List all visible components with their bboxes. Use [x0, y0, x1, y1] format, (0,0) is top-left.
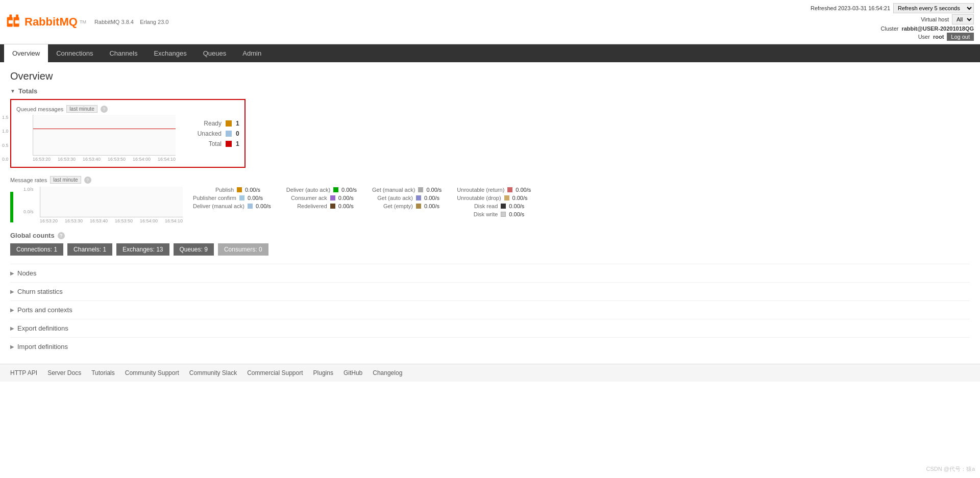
churn-label: Churn statistics	[17, 288, 63, 295]
ports-header[interactable]: ▶ Ports and contexts	[10, 306, 970, 314]
queued-mini-chart	[33, 115, 176, 156]
rate-get-empty-label: Get (empty)	[372, 203, 413, 209]
global-counts-section: Global counts ? Connections: 1 Channels:…	[10, 232, 970, 256]
rate-publish-label: Publish	[193, 187, 234, 193]
nav-item-overview[interactable]: Overview	[4, 44, 48, 62]
rate-get-auto-color	[416, 195, 421, 200]
totals-section-header[interactable]: ▼ Totals	[10, 87, 970, 95]
footer-link-changelog[interactable]: Changelog	[373, 369, 402, 376]
rate-publisher-confirm-value: 0.00/s	[248, 195, 263, 201]
import-header[interactable]: ▶ Import definitions	[10, 343, 970, 350]
legend-item-ready: Ready 1	[191, 120, 239, 127]
rates-table: Publish 0.00/s Publisher confirm 0.00/s …	[193, 187, 546, 217]
rate-get-empty-value: 0.00/s	[424, 203, 439, 209]
nav-item-queues[interactable]: Queues	[195, 44, 235, 62]
footer-link-server-docs[interactable]: Server Docs	[47, 369, 81, 376]
footer-link-tutorials[interactable]: Tutorials	[91, 369, 115, 376]
nav-item-connections[interactable]: Connections	[48, 44, 101, 62]
rates-mini-chart	[40, 187, 183, 217]
rate-deliver-auto-value: 0.00/s	[341, 187, 357, 193]
nav: Overview Connections Channels Exchanges …	[0, 44, 980, 62]
rate-get-manual-color	[418, 187, 423, 192]
queued-help-icon[interactable]: ?	[101, 106, 108, 113]
footer-link-community-slack[interactable]: Community Slack	[189, 369, 237, 376]
refresh-select[interactable]: Refresh every 5 seconds Refresh every 10…	[893, 3, 974, 13]
legend-value-total: 1	[236, 140, 239, 147]
rate-deliver-auto: Deliver (auto ack) 0.00/s	[286, 187, 357, 193]
rate-get-empty-color	[416, 204, 421, 209]
rate-deliver-auto-color	[333, 187, 338, 192]
rates-help-icon[interactable]: ?	[84, 177, 91, 184]
churn-section[interactable]: ▶ Churn statistics	[10, 282, 970, 300]
rates-column-3: Get (manual ack) 0.00/s Get (auto ack) 0…	[372, 187, 442, 209]
nav-item-exchanges[interactable]: Exchanges	[145, 44, 194, 62]
user-row: User root Log out	[918, 33, 974, 41]
queues-count-btn[interactable]: Queues: 9	[174, 243, 214, 256]
export-header[interactable]: ▶ Export definitions	[10, 324, 970, 332]
rate-publisher-confirm-label: Publisher confirm	[193, 195, 236, 201]
churn-header[interactable]: ▶ Churn statistics	[10, 288, 970, 295]
rate-get-manual-value: 0.00/s	[426, 187, 442, 193]
nav-item-admin[interactable]: Admin	[234, 44, 270, 62]
global-counts-help[interactable]: ?	[58, 232, 65, 239]
logo-text: RabbitMQ	[24, 15, 78, 29]
rate-disk-write-value: 0.00/s	[509, 211, 524, 217]
rates-column-1: Publish 0.00/s Publisher confirm 0.00/s …	[193, 187, 271, 209]
rate-get-empty: Get (empty) 0.00/s	[372, 203, 442, 209]
import-section[interactable]: ▶ Import definitions	[10, 337, 970, 356]
nav-item-channels[interactable]: Channels	[101, 44, 145, 62]
vhost-select[interactable]: All	[952, 14, 974, 24]
footer: HTTP API Server Docs Tutorials Community…	[0, 364, 980, 382]
rate-unroutable-drop-value: 0.00/s	[512, 195, 528, 201]
rates-section: Message rates last minute ? 1.0/s 0.0/s …	[10, 176, 970, 223]
rate-deliver-manual-value: 0.00/s	[256, 203, 271, 209]
rates-green-bar	[10, 192, 13, 222]
rates-time-badge[interactable]: last minute	[50, 176, 81, 184]
svg-rect-5	[15, 20, 19, 23]
rate-unroutable-return-value: 0.00/s	[516, 187, 531, 193]
exchanges-count-btn[interactable]: Exchanges: 13	[116, 243, 169, 256]
counts-buttons: Connections: 1 Channels: 1 Exchanges: 13…	[10, 243, 970, 256]
legend-color-total	[226, 141, 232, 147]
global-counts-title: Global counts	[10, 232, 55, 239]
rate-unroutable-return-color	[507, 187, 512, 192]
user-label: User	[918, 34, 930, 40]
nodes-header[interactable]: ▶ Nodes	[10, 269, 970, 277]
logout-button[interactable]: Log out	[947, 33, 974, 41]
rate-deliver-manual-label: Deliver (manual ack)	[193, 203, 244, 209]
queued-chart-area: Queued messages last minute ? 1.5 1.0 0.…	[16, 105, 176, 162]
refresh-row: Refreshed 2023-03-31 16:54:21 Refresh ev…	[811, 3, 974, 13]
footer-link-plugins[interactable]: Plugins	[313, 369, 333, 376]
rate-disk-read-value: 0.00/s	[509, 203, 524, 209]
rate-unroutable-drop-color	[504, 195, 509, 200]
channels-count-btn[interactable]: Channels: 1	[67, 243, 112, 256]
rate-disk-read: Disk read 0.00/s	[457, 203, 531, 209]
rate-redelivered-color	[330, 204, 335, 209]
rate-disk-read-label: Disk read	[457, 203, 498, 209]
queued-time-badge[interactable]: last minute	[66, 105, 97, 113]
rate-unroutable-drop-label: Unroutable (drop)	[457, 195, 501, 201]
ports-section[interactable]: ▶ Ports and contexts	[10, 300, 970, 319]
queued-chart-label: Queued messages last minute ?	[16, 105, 176, 113]
queued-x-labels: 16:53:20 16:53:30 16:53:40 16:53:50 16:5…	[33, 157, 176, 162]
rates-x-labels: 16:53:20 16:53:30 16:53:40 16:53:50 16:5…	[40, 218, 183, 223]
import-arrow: ▶	[10, 344, 14, 349]
consumers-count-btn[interactable]: Consumers: 0	[218, 243, 268, 256]
footer-link-github[interactable]: GitHub	[344, 369, 362, 376]
rates-y-bottom: 0.0/s	[23, 209, 34, 214]
footer-link-commercial-support[interactable]: Commercial Support	[247, 369, 303, 376]
rate-disk-read-color	[501, 204, 506, 209]
legend-label-total: Total	[191, 140, 222, 147]
footer-link-http-api[interactable]: HTTP API	[10, 369, 37, 376]
queued-title: Queued messages	[16, 106, 63, 112]
refreshed-text: Refreshed 2023-03-31 16:54:21	[811, 5, 890, 11]
footer-link-community-support[interactable]: Community Support	[125, 369, 179, 376]
export-section[interactable]: ▶ Export definitions	[10, 319, 970, 337]
rate-get-auto-label: Get (auto ack)	[372, 195, 413, 201]
nodes-section[interactable]: ▶ Nodes	[10, 264, 970, 282]
export-label: Export definitions	[17, 324, 68, 332]
rate-disk-write: Disk write 0.00/s	[457, 211, 531, 217]
rate-publish: Publish 0.00/s	[193, 187, 271, 193]
connections-count-btn[interactable]: Connections: 1	[10, 243, 63, 256]
rate-redelivered-value: 0.00/s	[338, 203, 354, 209]
